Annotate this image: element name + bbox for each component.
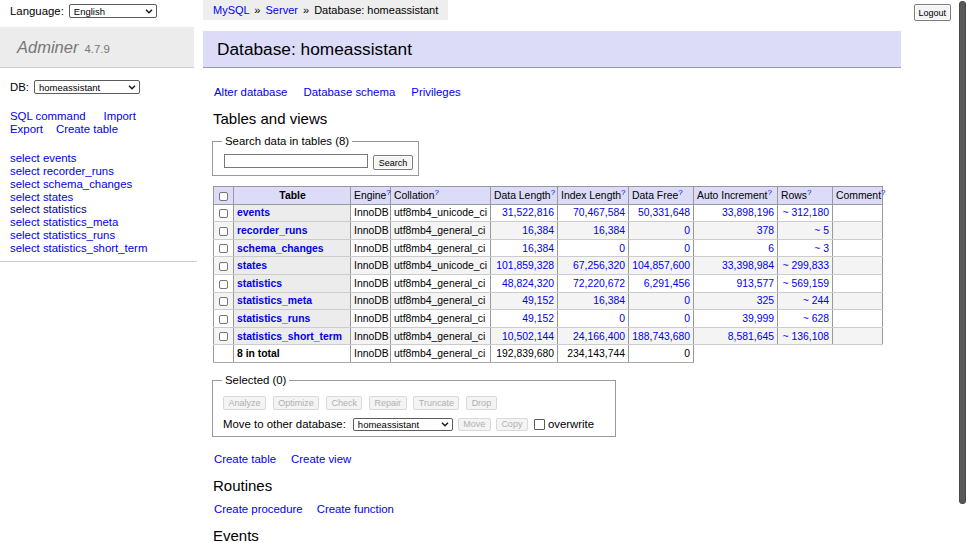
cell-value-link[interactable]: ~ 569,159 bbox=[782, 278, 829, 289]
table-link[interactable]: schema_changes bbox=[237, 243, 324, 254]
help-icon[interactable]: ? bbox=[807, 187, 811, 196]
logout-button[interactable]: Logout bbox=[914, 4, 951, 21]
cell-value-link[interactable]: 0 bbox=[619, 243, 625, 254]
sidebar-item-select-statistics-runs[interactable]: select statistics_runs bbox=[10, 229, 115, 242]
cell-value-link[interactable]: 104,857,600 bbox=[632, 260, 690, 271]
sidebar-link-export[interactable]: Export bbox=[10, 123, 43, 135]
search-input[interactable] bbox=[224, 154, 368, 168]
cell-value-link[interactable]: 24,166,400 bbox=[573, 331, 625, 342]
table-link[interactable]: statistics_runs bbox=[237, 313, 310, 324]
breadcrumb-server[interactable]: Server bbox=[266, 4, 298, 16]
table-link[interactable]: recorder_runs bbox=[237, 225, 307, 236]
table-link[interactable]: statistics bbox=[237, 278, 282, 289]
row-checkbox[interactable] bbox=[219, 332, 228, 341]
help-icon[interactable]: ? bbox=[881, 187, 885, 196]
privileges-link[interactable]: Privileges bbox=[411, 86, 460, 98]
cell-value-link[interactable]: ~ 244 bbox=[803, 295, 829, 306]
cell-value-link[interactable]: 325 bbox=[757, 295, 774, 306]
cell-value-link[interactable]: 6 bbox=[768, 243, 774, 254]
cell-value-link[interactable]: 6,291,456 bbox=[644, 278, 690, 289]
cell-value-link[interactable]: 67,256,320 bbox=[573, 260, 625, 271]
create-table-link[interactable]: Create table bbox=[214, 453, 276, 465]
cell-value-link[interactable]: 39,999 bbox=[742, 313, 774, 324]
alter-database-link[interactable]: Alter database bbox=[214, 86, 287, 98]
sidebar-link-import[interactable]: Import bbox=[104, 110, 136, 122]
sidebar-item-select-events[interactable]: select events bbox=[10, 152, 76, 165]
row-checkbox[interactable] bbox=[219, 280, 228, 289]
cell-value-link[interactable]: 31,522,816 bbox=[502, 207, 554, 218]
breadcrumb-mysql[interactable]: MySQL bbox=[213, 4, 249, 16]
row-checkbox[interactable] bbox=[219, 297, 228, 306]
cell-value-link[interactable]: 72,220,672 bbox=[573, 278, 625, 289]
row-checkbox[interactable] bbox=[219, 227, 228, 236]
sidebar-link-create-table[interactable]: Create table bbox=[56, 123, 118, 135]
help-icon[interactable]: ? bbox=[434, 187, 438, 196]
create-function-link[interactable]: Create function bbox=[317, 503, 394, 515]
sidebar-item-select-recorder-runs[interactable]: select recorder_runs bbox=[10, 165, 114, 178]
row-checkbox[interactable] bbox=[219, 262, 228, 271]
table-link[interactable]: events bbox=[237, 207, 270, 218]
copy-button[interactable]: Copy bbox=[496, 418, 528, 431]
cell-value-link[interactable]: 188,743,680 bbox=[632, 331, 690, 342]
cell-value-link[interactable]: 0 bbox=[684, 313, 690, 324]
cell-value-link[interactable]: 70,467,584 bbox=[573, 207, 625, 218]
overwrite-checkbox[interactable] bbox=[534, 419, 545, 430]
repair-button[interactable]: Repair bbox=[369, 396, 407, 410]
analyze-button[interactable]: Analyze bbox=[223, 396, 266, 410]
table-link[interactable]: statistics_short_term bbox=[237, 331, 342, 342]
sidebar-link-sql-command[interactable]: SQL command bbox=[10, 110, 86, 122]
cell-value-link[interactable]: ~ 5 bbox=[814, 225, 829, 236]
sidebar-item-select-schema-changes[interactable]: select schema_changes bbox=[10, 178, 132, 191]
cell-value-link[interactable]: ~ 136,108 bbox=[782, 331, 829, 342]
move-db-select[interactable]: homeassistant bbox=[353, 418, 453, 431]
cell-value-link[interactable]: 0 bbox=[619, 313, 625, 324]
cell-value-link[interactable]: 16,384 bbox=[522, 243, 554, 254]
cell-value-link[interactable]: 16,384 bbox=[522, 225, 554, 236]
cell-value-link[interactable]: 378 bbox=[757, 225, 774, 236]
cell-value-link[interactable]: 0 bbox=[684, 295, 690, 306]
sidebar-item-select-states[interactable]: select states bbox=[10, 191, 73, 204]
create-view-link[interactable]: Create view bbox=[291, 453, 351, 465]
cell-value-link[interactable]: 33,898,196 bbox=[722, 207, 774, 218]
optimize-button[interactable]: Optimize bbox=[273, 396, 320, 410]
table-link[interactable]: states bbox=[237, 260, 267, 271]
cell-value-link[interactable]: 49,152 bbox=[522, 313, 554, 324]
cell-value-link[interactable]: 0 bbox=[684, 225, 690, 236]
cell-value-link[interactable]: 48,824,320 bbox=[502, 278, 554, 289]
cell-value-link[interactable]: 50,331,648 bbox=[638, 207, 690, 218]
cell-value-link[interactable]: ~ 299,833 bbox=[782, 260, 829, 271]
help-icon[interactable]: ? bbox=[678, 187, 682, 196]
cell-value-link[interactable]: ~ 628 bbox=[803, 313, 829, 324]
help-icon[interactable]: ? bbox=[767, 187, 771, 196]
help-icon[interactable]: ? bbox=[621, 187, 625, 196]
cell-value-link[interactable]: 913,577 bbox=[736, 278, 774, 289]
cell-value-link[interactable]: 101,859,328 bbox=[496, 260, 554, 271]
row-checkbox[interactable] bbox=[219, 244, 228, 253]
move-button[interactable]: Move bbox=[458, 418, 491, 431]
help-icon[interactable]: ? bbox=[551, 187, 555, 196]
truncate-button[interactable]: Truncate bbox=[413, 396, 459, 410]
sidebar-item-select-statistics-meta[interactable]: select statistics_meta bbox=[10, 216, 118, 229]
cell-value-link[interactable]: 8,581,645 bbox=[728, 331, 774, 342]
language-select[interactable]: English bbox=[69, 4, 157, 18]
sidebar-item-select-statistics-short-term[interactable]: select statistics_short_term bbox=[10, 242, 147, 255]
row-checkbox[interactable] bbox=[219, 315, 228, 324]
help-icon[interactable]: ? bbox=[386, 187, 390, 196]
sidebar-item-select-statistics[interactable]: select statistics bbox=[10, 203, 87, 216]
cell-value-link[interactable]: 49,152 bbox=[522, 295, 554, 306]
check-button[interactable]: Check bbox=[326, 396, 363, 410]
database-schema-link[interactable]: Database schema bbox=[303, 86, 395, 98]
db-select[interactable]: homeassistant bbox=[34, 80, 140, 94]
cell-value-link[interactable]: 10,502,144 bbox=[502, 331, 554, 342]
cell-value-link[interactable]: 16,384 bbox=[593, 225, 625, 236]
search-button[interactable]: Search bbox=[373, 155, 413, 170]
cell-value-link[interactable]: 33,398,984 bbox=[722, 260, 774, 271]
drop-button[interactable]: Drop bbox=[466, 396, 497, 410]
select-all-checkbox[interactable] bbox=[219, 192, 228, 201]
row-checkbox[interactable] bbox=[219, 209, 228, 218]
vertical-scrollbar-thumb[interactable] bbox=[959, 1, 966, 504]
cell-value-link[interactable]: ~ 312,180 bbox=[782, 207, 829, 218]
cell-value-link[interactable]: 16,384 bbox=[593, 295, 625, 306]
cell-value-link[interactable]: ~ 3 bbox=[814, 243, 829, 254]
create-procedure-link[interactable]: Create procedure bbox=[214, 503, 303, 515]
